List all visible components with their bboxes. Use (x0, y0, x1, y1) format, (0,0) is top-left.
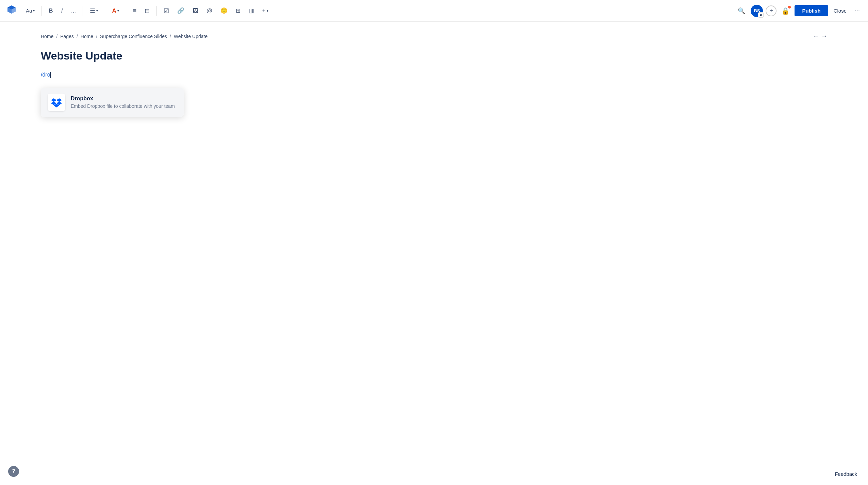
insert-arrow-icon: ▾ (267, 9, 268, 13)
publish-label: Publish (802, 8, 820, 14)
text-color-icon: A (112, 7, 116, 14)
layout-button[interactable]: ▥ (246, 5, 257, 16)
editor-body[interactable]: /dro Dropbox Embed Dropbox file to co (41, 72, 827, 78)
help-icon: ? (12, 468, 15, 474)
image-button[interactable]: 🖼 (190, 5, 201, 16)
more-format-label: … (71, 8, 76, 14)
avatar-badge: B (758, 12, 764, 18)
italic-button[interactable]: I (59, 5, 66, 16)
breadcrumb-sep-2: / (77, 34, 78, 39)
dropbox-option-text: Dropbox Embed Dropbox file to collaborat… (71, 96, 175, 110)
breadcrumb-supercharge[interactable]: Supercharge Confluence Slides (100, 34, 167, 39)
avatar[interactable]: BS B (751, 5, 763, 17)
breadcrumb-current: Website Update (174, 34, 207, 39)
insert-button[interactable]: + ▾ (260, 5, 271, 16)
more-options-icon: ··· (855, 7, 860, 14)
app-logo[interactable] (5, 5, 18, 17)
divider-3 (105, 6, 105, 16)
breadcrumb: Home / Pages / Home / Supercharge Conflu… (41, 33, 827, 40)
align-icon: ☰ (90, 7, 95, 15)
help-button[interactable]: ? (8, 466, 19, 477)
dropbox-logo-icon (51, 97, 62, 108)
breadcrumb-nav-left-icon: ← (813, 33, 819, 40)
breadcrumb-sep-3: / (96, 34, 97, 39)
text-cursor (50, 72, 51, 78)
search-icon: 🔍 (738, 7, 745, 15)
bullet-list-button[interactable]: ≡ (130, 5, 139, 16)
breadcrumb-nav-right-icon: → (821, 33, 827, 40)
feedback-label: Feedback (835, 471, 857, 477)
breadcrumb-pages[interactable]: Pages (60, 34, 74, 39)
search-button[interactable]: 🔍 (735, 5, 748, 17)
table-button[interactable]: ⊞ (233, 5, 243, 16)
dropbox-icon-wrapper (48, 94, 65, 111)
link-button[interactable]: 🔗 (174, 5, 187, 16)
mention-icon: @ (206, 7, 212, 14)
slash-command-dropdown: Dropbox Embed Dropbox file to collaborat… (41, 88, 184, 117)
bold-button[interactable]: B (46, 5, 55, 16)
divider-4 (126, 6, 126, 16)
close-label: Close (834, 8, 847, 14)
checkbox-button[interactable]: ☑ (161, 5, 172, 17)
divider-2 (83, 6, 83, 16)
table-icon: ⊞ (236, 7, 240, 14)
more-options-button[interactable]: ··· (852, 5, 863, 16)
more-format-button[interactable]: … (68, 6, 79, 16)
slash-command-text: /dro (41, 72, 50, 78)
bold-label: B (49, 7, 53, 14)
checkbox-icon: ☑ (164, 7, 169, 15)
divider-5 (156, 6, 157, 16)
feedback-button[interactable]: Feedback (835, 471, 857, 477)
close-button[interactable]: Close (831, 6, 849, 16)
breadcrumb-sep-4: / (170, 34, 171, 39)
breadcrumb-home-1[interactable]: Home (41, 34, 53, 39)
mention-button[interactable]: @ (204, 5, 215, 16)
insert-icon: + (262, 7, 266, 14)
dropbox-option[interactable]: Dropbox Embed Dropbox file to collaborat… (41, 88, 184, 117)
emoji-button[interactable]: 🙂 (218, 5, 230, 16)
add-collaborator-icon: + (769, 7, 773, 14)
breadcrumb-nav[interactable]: ← → (813, 33, 827, 40)
lock-button[interactable]: 🔒 (779, 5, 792, 17)
divider-1 (41, 6, 42, 16)
layout-icon: ▥ (249, 7, 254, 14)
text-style-arrow-icon: ▾ (33, 9, 35, 13)
toolbar-right: 🔍 BS B + 🔒 Publish Close ··· (735, 5, 863, 17)
breadcrumb-sep-1: / (56, 34, 57, 39)
text-style-button[interactable]: Aa ▾ (23, 6, 37, 16)
add-collaborator-button[interactable]: + (766, 5, 777, 16)
page-title[interactable]: Website Update (41, 49, 827, 62)
text-color-button[interactable]: A ▾ (109, 5, 121, 16)
bullet-list-icon: ≡ (133, 7, 137, 14)
avatar-badge-label: B (760, 13, 762, 16)
align-arrow-icon: ▾ (96, 9, 98, 13)
text-color-arrow-icon: ▾ (117, 9, 119, 13)
align-button[interactable]: ☰ ▾ (87, 5, 101, 17)
lock-notification-badge (788, 5, 791, 9)
numbered-list-icon: ⊟ (145, 7, 150, 15)
publish-button[interactable]: Publish (795, 5, 828, 16)
breadcrumb-home-2[interactable]: Home (81, 34, 93, 39)
dropbox-option-title: Dropbox (71, 96, 175, 102)
link-icon: 🔗 (177, 7, 184, 14)
numbered-list-button[interactable]: ⊟ (142, 5, 152, 17)
emoji-icon: 🙂 (220, 7, 228, 14)
toolbar: Aa ▾ B I … ☰ ▾ A ▾ ≡ ⊟ ☑ 🔗 🖼 (0, 0, 868, 22)
italic-label: I (61, 7, 63, 14)
content-area: Home / Pages / Home / Supercharge Conflu… (0, 22, 868, 89)
dropbox-option-description: Embed Dropbox file to collaborate with y… (71, 103, 175, 110)
image-icon: 🖼 (193, 7, 198, 14)
text-style-label: Aa (26, 8, 32, 14)
